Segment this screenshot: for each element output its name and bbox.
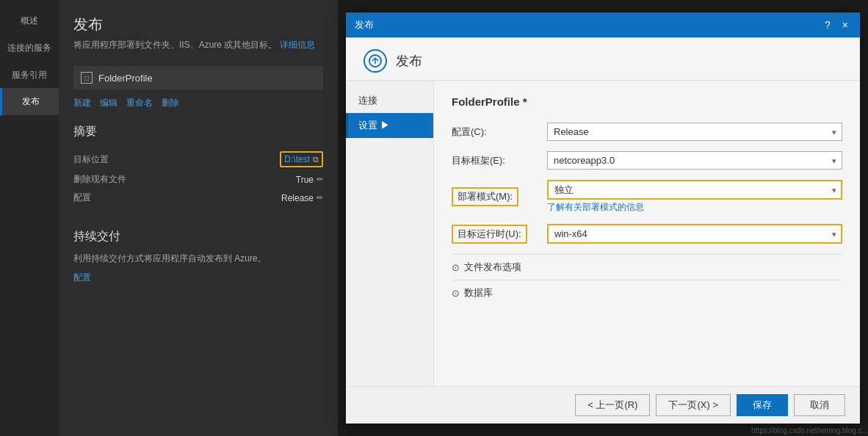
copy-icon[interactable]: ⧉ bbox=[313, 155, 319, 164]
collapse-icon-files: ⊙ bbox=[452, 262, 460, 273]
action-delete[interactable]: 删除 bbox=[162, 97, 179, 109]
select-framework[interactable]: netcoreapp3.0 bbox=[547, 151, 842, 170]
profile-name: FolderProfile bbox=[98, 73, 153, 84]
form-row-runtime: 目标运行时(U): win-x64 bbox=[452, 224, 842, 244]
label-runtime: 目标运行时(U): bbox=[452, 225, 547, 244]
cd-section: 持续交付 利用持续交付方式将应用程序自动发布到 Azure。 配置 bbox=[73, 229, 323, 284]
publish-icon bbox=[364, 49, 387, 73]
modal-content-title: FolderProfile * bbox=[452, 95, 842, 108]
edit-icon-config[interactable]: ✏ bbox=[317, 193, 323, 203]
select-wrapper-framework: netcoreapp3.0 bbox=[547, 151, 842, 170]
modal-header: 发布 bbox=[346, 37, 860, 81]
modal-sidebar: 连接 设置 ▶ bbox=[346, 81, 434, 386]
collapsible-database[interactable]: ⊙ 数据库 bbox=[452, 280, 842, 305]
summary-value-config: Release ✏ bbox=[281, 193, 323, 203]
save-button[interactable]: 保存 bbox=[737, 394, 788, 416]
deploy-mode-control: 独立 了解有关部署模式的信息 bbox=[547, 180, 842, 214]
sidebar-item-overview[interactable]: 概述 bbox=[0, 7, 59, 34]
summary-delete-files: 删除现有文件 True ✏ bbox=[73, 170, 323, 189]
select-wrapper-runtime: win-x64 bbox=[547, 224, 842, 244]
nav-item-connect[interactable]: 连接 bbox=[346, 88, 433, 113]
modal-footer: < 上一页(R) 下一页(X) > 保存 取消 bbox=[346, 386, 860, 424]
action-bar: 新建 编辑 重命名 删除 bbox=[73, 97, 323, 109]
profile-row: □ FolderProfile bbox=[73, 66, 323, 90]
nav-item-settings[interactable]: 设置 ▶ bbox=[346, 113, 433, 138]
modal: 发布 ? × 发布 连接 设置 ▶ bbox=[346, 12, 860, 424]
cd-config-link[interactable]: 配置 bbox=[73, 272, 91, 283]
form-row-config: 配置(C): Release bbox=[452, 123, 842, 141]
cancel-button[interactable]: 取消 bbox=[794, 394, 845, 416]
form-row-deploy-mode: 部署模式(M): 独立 了解有关部署模式的信息 bbox=[452, 180, 842, 214]
summary-label-delete: 删除现有文件 bbox=[73, 173, 126, 186]
cd-desc: 利用持续交付方式将应用程序自动发布到 Azure。 bbox=[73, 252, 323, 266]
sidebar-item-publish[interactable]: 发布 bbox=[0, 88, 59, 115]
cd-title: 持续交付 bbox=[73, 229, 323, 244]
collapsible-file-publish[interactable]: ⊙ 文件发布选项 bbox=[452, 254, 842, 280]
modal-title: 发布 bbox=[355, 18, 374, 32]
summary-value-delete: True ✏ bbox=[296, 175, 323, 185]
help-button[interactable]: ? bbox=[822, 19, 833, 31]
detail-link[interactable]: 详细信息 bbox=[280, 40, 315, 50]
page-title: 发布 bbox=[73, 15, 323, 34]
action-edit[interactable]: 编辑 bbox=[100, 97, 117, 109]
summary-label-config: 配置 bbox=[73, 192, 91, 204]
summary-config: 配置 Release ✏ bbox=[73, 189, 323, 207]
modal-controls: ? × bbox=[822, 19, 851, 31]
select-deploy-mode[interactable]: 独立 bbox=[547, 180, 842, 200]
summary-value-target: D:\test ⧉ bbox=[280, 151, 323, 167]
nav-arrow-icon: ▶ bbox=[380, 120, 390, 131]
sidebar-item-service-reference[interactable]: 服务引用 bbox=[0, 62, 59, 89]
sidebar: 概述 连接的服务 服务引用 发布 bbox=[0, 0, 59, 436]
folder-icon: □ bbox=[81, 72, 93, 84]
select-wrapper-config: Release bbox=[547, 123, 842, 141]
modal-overlay: 发布 ? × 发布 连接 设置 ▶ bbox=[338, 0, 868, 436]
deploy-mode-info-link[interactable]: 了解有关部署模式的信息 bbox=[547, 201, 644, 214]
modal-main-content: FolderProfile * 配置(C): Release 目标框架(E): bbox=[434, 81, 860, 386]
summary-title: 摘要 bbox=[73, 124, 323, 139]
select-wrapper-deploy: 独立 bbox=[547, 180, 842, 200]
action-new[interactable]: 新建 bbox=[73, 97, 91, 109]
label-config: 配置(C): bbox=[452, 126, 547, 139]
select-runtime[interactable]: win-x64 bbox=[547, 224, 842, 244]
prev-button[interactable]: < 上一页(R) bbox=[575, 394, 650, 416]
edit-icon-delete[interactable]: ✏ bbox=[317, 175, 323, 184]
modal-header-title: 发布 bbox=[396, 52, 422, 70]
action-rename[interactable]: 重命名 bbox=[126, 97, 153, 109]
form-row-framework: 目标框架(E): netcoreapp3.0 bbox=[452, 151, 842, 170]
main-content: 发布 将应用程序部署到文件夹、IIS、Azure 或其他目标。 详细信息 □ F… bbox=[59, 0, 338, 436]
next-button[interactable]: 下一页(X) > bbox=[656, 394, 731, 416]
label-framework: 目标框架(E): bbox=[452, 154, 547, 167]
modal-titlebar: 发布 ? × bbox=[346, 12, 860, 37]
watermark: https://blog.csdn.net/wming.blog.c... bbox=[751, 426, 868, 435]
modal-body: 连接 设置 ▶ FolderProfile * 配置(C): Release bbox=[346, 81, 860, 386]
collapse-icon-db: ⊙ bbox=[452, 288, 460, 299]
summary-target-location: 目标位置 D:\test ⧉ bbox=[73, 148, 323, 170]
target-value-box: D:\test ⧉ bbox=[280, 151, 323, 167]
page-subtitle: 将应用程序部署到文件夹、IIS、Azure 或其他目标。 详细信息 bbox=[73, 39, 323, 51]
summary-label-target: 目标位置 bbox=[73, 153, 109, 166]
select-config[interactable]: Release bbox=[547, 123, 842, 141]
close-button[interactable]: × bbox=[839, 19, 851, 31]
sidebar-item-connected-services[interactable]: 连接的服务 bbox=[0, 34, 59, 62]
label-deploy-mode: 部署模式(M): bbox=[452, 187, 547, 206]
